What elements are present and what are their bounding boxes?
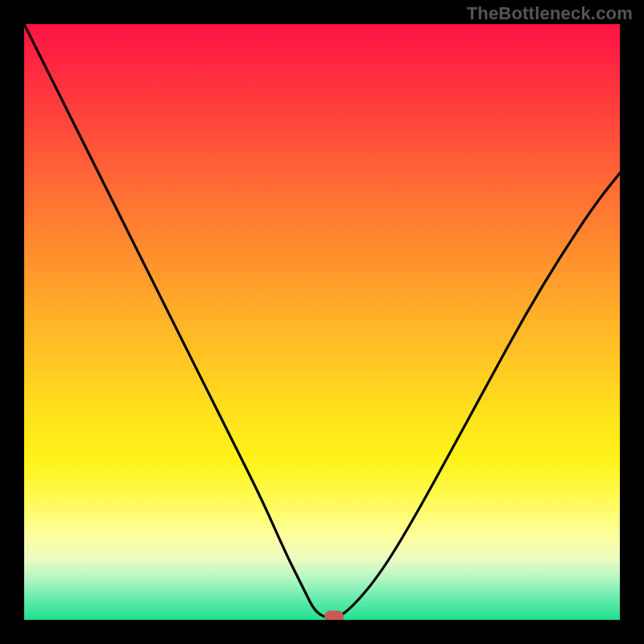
chart-frame: TheBottleneck.com xyxy=(0,0,644,644)
watermark-text: TheBottleneck.com xyxy=(467,3,633,24)
bottleneck-curve xyxy=(24,24,620,620)
bottleneck-marker xyxy=(324,611,344,620)
plot-area xyxy=(24,24,620,620)
